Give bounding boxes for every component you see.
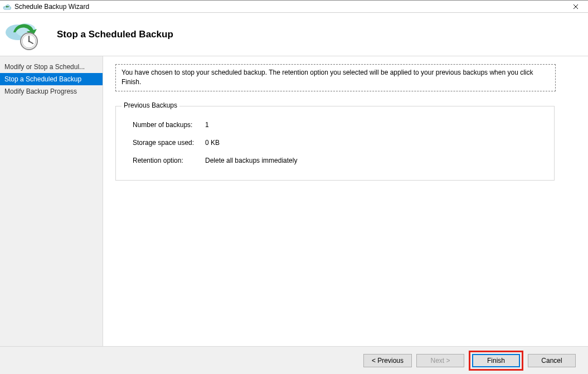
app-icon bbox=[2, 2, 11, 11]
label-retention-option: Retention option: bbox=[133, 157, 205, 164]
step-stop-scheduled-backup[interactable]: Stop a Scheduled Backup bbox=[0, 73, 103, 85]
close-button[interactable] bbox=[563, 1, 588, 13]
close-icon bbox=[573, 4, 579, 9]
value-storage-used: 0 KB bbox=[205, 139, 220, 147]
previous-backups-group: Previous Backups Number of backups: 1 St… bbox=[115, 106, 555, 181]
info-message: You have chosen to stop your scheduled b… bbox=[115, 64, 556, 91]
wizard-window: Schedule Backup Wizard Stop a Scheduled … bbox=[0, 0, 588, 374]
svg-point-6 bbox=[28, 40, 30, 42]
value-retention-option: Delete all backups immediately bbox=[205, 157, 297, 164]
page-title: Stop a Scheduled Backup bbox=[57, 29, 173, 40]
finish-highlight: Finish bbox=[469, 351, 523, 371]
titlebar: Schedule Backup Wizard bbox=[0, 1, 588, 13]
wizard-body: Modify or Stop a Schedul... Stop a Sched… bbox=[0, 56, 588, 346]
wizard-footer: < Previous Next > Finish Cancel bbox=[0, 346, 588, 374]
row-number-of-backups: Number of backups: 1 bbox=[133, 121, 544, 129]
previous-button[interactable]: < Previous bbox=[363, 354, 412, 367]
row-storage-used: Storage space used: 0 KB bbox=[133, 139, 544, 147]
cancel-button[interactable]: Cancel bbox=[528, 354, 576, 367]
steps-sidebar: Modify or Stop a Schedul... Stop a Sched… bbox=[0, 56, 103, 346]
window-title: Schedule Backup Wizard bbox=[14, 3, 89, 11]
label-storage-used: Storage space used: bbox=[133, 139, 205, 147]
step-modify-backup-progress[interactable]: Modify Backup Progress bbox=[0, 85, 103, 98]
finish-button[interactable]: Finish bbox=[472, 354, 520, 367]
next-button: Next > bbox=[416, 354, 464, 367]
value-number-of-backups: 1 bbox=[205, 121, 209, 129]
content-pane: You have chosen to stop your scheduled b… bbox=[103, 56, 588, 346]
group-legend: Previous Backups bbox=[122, 101, 179, 109]
header-icon bbox=[4, 18, 40, 51]
label-number-of-backups: Number of backups: bbox=[133, 121, 205, 129]
row-retention-option: Retention option: Delete all backups imm… bbox=[133, 157, 544, 164]
step-modify-or-stop[interactable]: Modify or Stop a Schedul... bbox=[0, 61, 103, 73]
wizard-header: Stop a Scheduled Backup bbox=[0, 13, 588, 56]
